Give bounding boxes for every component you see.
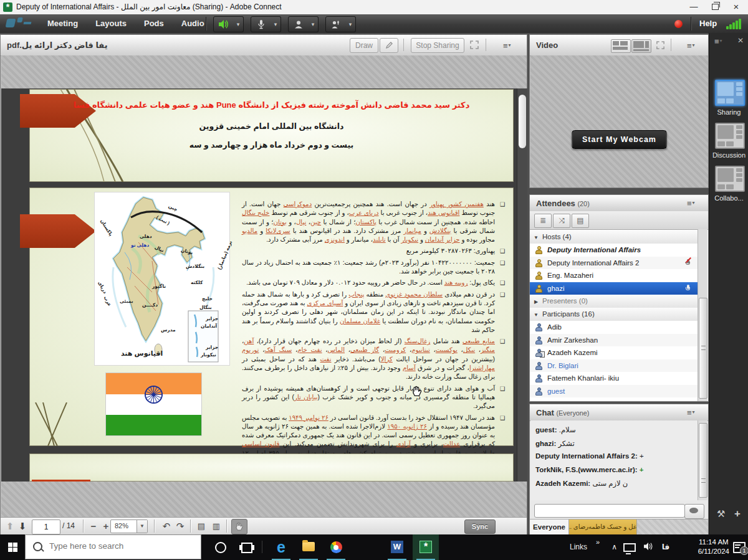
language-indicator[interactable]: فا	[662, 543, 669, 551]
cortana-icon[interactable]	[208, 534, 233, 560]
page-down-icon[interactable]: ⬇	[17, 520, 28, 533]
taskbar-search[interactable]	[25, 534, 201, 559]
chat-message: guest: سلام.	[535, 425, 576, 434]
chat-pod-menu-icon[interactable]: ≡	[687, 408, 695, 417]
participant-icon	[535, 336, 543, 344]
network-icon[interactable]	[623, 543, 636, 554]
signal-strength-icon[interactable]	[726, 18, 744, 29]
chat-tabs: Everyone غل و جسک فاطمه‌رضای ...	[530, 519, 708, 535]
edge-icon[interactable]: e	[268, 534, 294, 560]
chat-tab-private[interactable]: غل و جسک فاطمه‌رضای ...	[569, 520, 637, 534]
fit-width-icon[interactable]: ▥	[210, 520, 223, 533]
status-dropdown[interactable]: ▾	[345, 16, 356, 32]
slide1-line2: دانشگاه بین المللی امام خمینی قزوین	[29, 121, 514, 131]
attendees-pod-menu-icon[interactable]: ≡	[687, 199, 695, 207]
attendee-row[interactable]: guest	[530, 385, 699, 398]
zoom-out-icon[interactable]: −	[88, 520, 99, 533]
attendee-list-view-icon[interactable]: ≣	[534, 214, 552, 228]
sync-button[interactable]: Sync	[464, 520, 496, 534]
rotate-left-icon[interactable]: ↶	[160, 520, 173, 533]
menu-item[interactable]: Layouts	[87, 14, 135, 33]
attendee-row[interactable]: Azadeh Kazemi	[530, 346, 699, 359]
chat-scrollbar[interactable]	[698, 420, 707, 500]
chat-send-button[interactable]	[684, 504, 704, 519]
zoom-level-select[interactable]: 82% ▼	[110, 520, 148, 533]
fit-page-icon[interactable]: ▤	[195, 520, 208, 533]
taskbar-clock[interactable]: 11:14 AM 6/11/2024	[698, 538, 729, 556]
help-menu[interactable]: Help	[699, 14, 717, 33]
draw-button[interactable]: Draw	[350, 38, 378, 53]
word-icon[interactable]: W	[384, 534, 410, 560]
fullscreen-icon[interactable]	[469, 40, 479, 52]
task-view-icon[interactable]	[234, 534, 259, 560]
start-webcam-button[interactable]: Start My Webcam	[572, 130, 667, 149]
dock-close-icon[interactable]: ✕	[737, 36, 744, 45]
attendee-row[interactable]: Deputy International Affairs	[530, 244, 699, 257]
layout-label: Discussion	[709, 151, 748, 159]
page-up-icon[interactable]: ⬆	[4, 520, 16, 533]
adobe-connect-taskbar-icon[interactable]: *	[413, 534, 439, 560]
slide-1: دکتر سید محمد قاضی دانش آموخته رشته فیزی…	[29, 89, 514, 182]
attendee-row[interactable]: Dr. Biglari	[530, 359, 699, 373]
chat-input[interactable]	[534, 504, 685, 518]
page-number-input[interactable]	[32, 520, 60, 534]
microphone-dropdown[interactable]: ▾	[271, 16, 281, 32]
layout-label: Collabo...	[709, 194, 748, 202]
start-button[interactable]	[0, 534, 25, 560]
video-pod-menu-icon[interactable]: ≡	[687, 41, 695, 50]
hosts-group-header[interactable]: ▼Hosts (4)	[530, 230, 699, 244]
chrome-icon[interactable]	[323, 534, 349, 560]
speaker-dropdown[interactable]: ▾	[233, 16, 244, 32]
webcam-dropdown[interactable]: ▾	[308, 16, 319, 32]
host-icon	[535, 285, 543, 293]
video-pod-title: Video	[536, 40, 558, 50]
notification-center-icon[interactable]: 1	[733, 542, 746, 556]
dock-menu-icon[interactable]: ≡	[714, 37, 722, 45]
tray-chevron-icon[interactable]: ∧	[611, 543, 617, 551]
stop-sharing-button[interactable]: Stop Sharing	[411, 38, 464, 53]
attendee-row[interactable]: Deputy International Affairs 2	[530, 257, 699, 270]
rotate-right-icon[interactable]: ↷	[174, 520, 186, 533]
status-button[interactable]	[325, 16, 347, 32]
attendee-row[interactable]: Adib	[530, 321, 699, 334]
participants-group-header[interactable]: ▼Participants (16)	[530, 308, 699, 321]
attendee-row[interactable]: Eng. Mazaheri	[530, 269, 699, 282]
chat-tab-everyone[interactable]: Everyone	[530, 520, 569, 534]
document-scrollbar[interactable]	[517, 88, 527, 482]
hand-tool-button[interactable]	[231, 519, 247, 534]
close-button[interactable]: ×	[726, 0, 747, 14]
menu-item[interactable]: Meeting	[39, 14, 87, 33]
attendee-row[interactable]: Fatemeh Khanlari- ikiu	[530, 372, 699, 385]
microphone-button[interactable]	[251, 16, 272, 32]
attendees-scrollbar[interactable]	[698, 229, 707, 401]
chat-scrollbar-thumb[interactable]	[699, 423, 707, 498]
attendee-row[interactable]: Amir Zarkeshan	[530, 334, 699, 347]
speaker-button[interactable]	[213, 16, 234, 32]
menu-item[interactable]: Audio	[173, 14, 213, 33]
breakout-rooms-icon[interactable]: ⤨	[553, 214, 570, 228]
links-toolbar[interactable]: Links	[570, 543, 587, 551]
file-explorer-icon[interactable]	[295, 534, 322, 560]
links-chevron-icon[interactable]: »	[596, 538, 600, 546]
webcam-button[interactable]	[288, 16, 309, 32]
recording-indicator[interactable]	[674, 20, 683, 28]
attendees-toolbar: ≣ ⤨ ▤	[530, 211, 708, 230]
search-input[interactable]	[48, 541, 194, 551]
presenters-group-header[interactable]: ▶Presenters (0)	[530, 295, 699, 308]
attendee-status-view-icon[interactable]: ▤	[572, 214, 589, 228]
document-scrollbar-thumb[interactable]	[519, 95, 526, 148]
attendees-scrollbar-thumb[interactable]	[699, 298, 707, 399]
filmstrip-view-icon[interactable]	[611, 39, 631, 53]
india-map: پاکستانچین( تبت )نپالبوتانبنگلادشبرمه (م…	[95, 192, 229, 365]
restore-button[interactable]	[704, 0, 726, 14]
grid-view-icon[interactable]	[631, 39, 651, 53]
volume-tray-icon[interactable]	[643, 542, 653, 553]
manage-layouts-icon[interactable]: ⚒	[717, 508, 725, 520]
menu-item[interactable]: Pods	[135, 14, 173, 33]
share-pod-menu-icon[interactable]: ≡	[503, 41, 511, 50]
add-layout-icon[interactable]: +	[734, 508, 741, 520]
minimize-button[interactable]: —	[683, 0, 704, 14]
video-fullscreen-icon[interactable]	[656, 40, 665, 52]
annotation-pencil-button[interactable]	[380, 38, 398, 53]
attendee-row[interactable]: ghazi	[530, 282, 699, 295]
